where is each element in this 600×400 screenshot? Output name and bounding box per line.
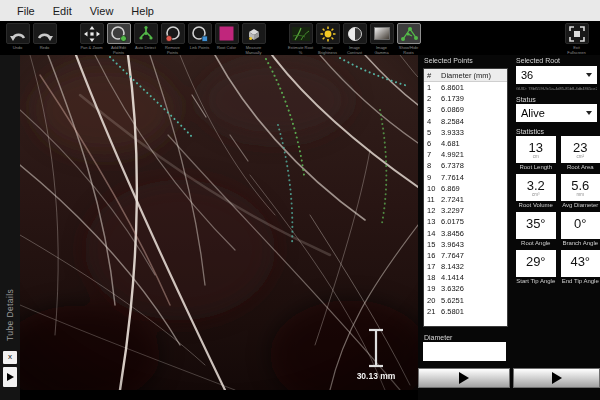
estimate-root-icon: [289, 23, 313, 44]
chevron-down-icon: [586, 73, 592, 77]
row-index: 17: [424, 262, 441, 271]
row-index: 5: [424, 128, 441, 137]
table-row[interactable]: 74.9921: [424, 149, 507, 160]
row-diameter: 6.8601: [441, 83, 507, 92]
table-row[interactable]: 205.6251: [424, 295, 507, 306]
undo-icon: [6, 23, 30, 44]
row-diameter: 7.7614: [441, 173, 507, 182]
stat-label: Start Tip Angle: [516, 277, 556, 286]
table-row[interactable]: 216.5801: [424, 306, 507, 317]
play-icon: [459, 372, 469, 384]
toolbar-button-label: Auto Detect: [135, 45, 156, 50]
menu-view[interactable]: View: [81, 5, 123, 17]
row-index: 11: [424, 195, 441, 204]
toolbar-add-edit-points-button[interactable]: Add/Edit Points: [105, 23, 132, 55]
toolbar-auto-detect-button[interactable]: Auto Detect: [132, 23, 159, 50]
toolbar-root-color-button[interactable]: Root Color: [213, 23, 240, 50]
toolbar-estimate-root-button[interactable]: Estimate Root %: [287, 23, 314, 55]
toolbar-exit-fullscreen-button[interactable]: Exit Fullscreen: [563, 23, 590, 55]
stat-unit: mm: [577, 192, 585, 197]
table-row[interactable]: 36.0869: [424, 104, 507, 115]
table-row[interactable]: 178.1432: [424, 261, 507, 272]
selected-root-dropdown[interactable]: 36: [516, 66, 597, 84]
toolbar-button-label: Root Color: [217, 45, 236, 50]
table-row[interactable]: 16.8601: [424, 82, 507, 93]
vignette: [20, 55, 418, 390]
toolbar-image-contrast-button[interactable]: Image Contrast: [341, 23, 368, 55]
table-row[interactable]: 167.7647: [424, 250, 507, 261]
redo-icon: [33, 23, 57, 44]
selected-points-panel: Selected Points # Diameter (mm) 16.86012…: [418, 55, 513, 400]
table-row[interactable]: 97.7614: [424, 172, 507, 183]
stat-label: Root Length: [516, 163, 556, 172]
table-row[interactable]: 193.6326: [424, 283, 507, 294]
root-volume-stat: 3.2cm³Root Volume: [516, 174, 556, 210]
tube-details-expand-button[interactable]: [3, 367, 17, 387]
menu-bar: FileEditViewHelp: [0, 0, 600, 21]
pan-zoom-icon: [80, 23, 104, 44]
row-index: 3: [424, 105, 441, 114]
toolbar-remove-points-button[interactable]: Remove Points: [159, 23, 186, 55]
column-header-index: #: [424, 71, 441, 80]
tube-details-close-button[interactable]: x: [3, 351, 17, 364]
row-index: 4: [424, 117, 441, 126]
row-index: 13: [424, 217, 441, 226]
toolbar-undo-button[interactable]: Undo: [4, 23, 31, 50]
play-icon: [552, 372, 562, 384]
table-row[interactable]: 136.0175: [424, 216, 507, 227]
diameter-input[interactable]: [423, 342, 506, 361]
toolbar-button-label: Image Contrast: [342, 45, 368, 55]
stat-label: Root Angle: [516, 239, 556, 248]
table-row[interactable]: 112.7241: [424, 194, 507, 205]
points-next-button[interactable]: [418, 368, 510, 388]
root-next-button[interactable]: [513, 368, 600, 388]
table-row[interactable]: 86.7378: [424, 160, 507, 171]
selected-root-panel: Selected Root 36 GUID: 78bf559f-9c5a-4d8…: [513, 55, 600, 400]
stat-value: 43°: [570, 255, 590, 268]
row-index: 6: [424, 139, 441, 148]
table-row[interactable]: 53.9333: [424, 127, 507, 138]
status-value: Alive: [521, 107, 545, 119]
table-row[interactable]: 106.869: [424, 183, 507, 194]
toolbar-pan-zoom-button[interactable]: Pan & Zoom: [78, 23, 105, 50]
table-row[interactable]: 26.1739: [424, 93, 507, 104]
image-gamma-icon: [370, 23, 394, 44]
toolbar-image-brightness-button[interactable]: Image Brightness: [314, 23, 341, 55]
table-row[interactable]: 48.2584: [424, 116, 507, 127]
toolbar-button-label: Redo: [40, 45, 50, 50]
table-row[interactable]: 153.9643: [424, 239, 507, 250]
stat-value: 0°: [574, 217, 586, 230]
table-row[interactable]: 64.681: [424, 138, 507, 149]
stat-value-box: 29°: [516, 250, 556, 277]
table-row[interactable]: 184.1414: [424, 272, 507, 283]
toolbar-image-gamma-button[interactable]: Image Gamma: [368, 23, 395, 55]
stat-unit: cm: [533, 154, 539, 159]
table-row[interactable]: 123.2297: [424, 205, 507, 216]
menu-edit[interactable]: Edit: [44, 5, 81, 17]
menu-file[interactable]: File: [8, 5, 44, 17]
toolbar-link-points-button[interactable]: Link Points: [186, 23, 213, 50]
table-row[interactable]: 143.8456: [424, 227, 507, 238]
toolbar-show-hide-roots-button[interactable]: Show/Hide Roots: [395, 23, 422, 55]
application-window: FileEditViewHelp UndoRedoPan & ZoomAdd/E…: [0, 0, 600, 400]
row-index: 16: [424, 251, 441, 260]
remove-points-icon: [161, 23, 185, 44]
root-length-stat: 13cmRoot Length: [516, 136, 556, 172]
selected-points-title: Selected Points: [424, 57, 473, 64]
row-index: 9: [424, 173, 441, 182]
toolbar-redo-button[interactable]: Redo: [31, 23, 58, 50]
row-index: 18: [424, 273, 441, 282]
menu-help[interactable]: Help: [122, 5, 163, 17]
avg-diameter-stat: 5.6mmAvg Diameter: [561, 174, 600, 210]
root-image[interactable]: 30.13 mm: [20, 55, 418, 390]
image-viewer[interactable]: 30.13 mm: [20, 55, 418, 390]
row-diameter: 6.5801: [441, 307, 507, 316]
root-guid: GUID: 78bf559f-9c5a-4d85-85b8-4db4865ce2…: [516, 86, 597, 91]
status-dropdown[interactable]: Alive: [516, 104, 597, 122]
stat-value: 13: [529, 141, 543, 154]
branch-angle-stat: 0°Branch Angle: [561, 212, 600, 248]
selected-points-table[interactable]: # Diameter (mm) 16.860126.173936.086948.…: [423, 68, 508, 327]
toolbar-measure-manually-button[interactable]: Measure Manually: [240, 23, 267, 55]
stat-value-box: 3.2cm³: [516, 174, 556, 201]
root-area-stat: 23cm²Root Area: [561, 136, 600, 172]
